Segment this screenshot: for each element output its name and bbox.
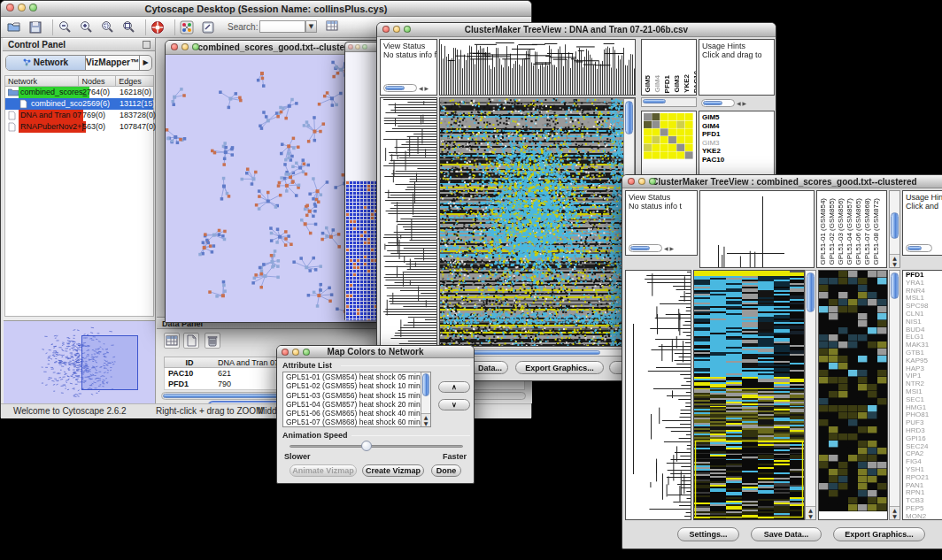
open-file-icon[interactable]: [6, 19, 22, 35]
minimize-button[interactable]: [18, 4, 26, 12]
search-dropdown-arrow[interactable]: ▼: [305, 20, 317, 33]
close-button[interactable]: [6, 4, 14, 12]
attribute-select-icon[interactable]: [164, 333, 180, 349]
column-label[interactable]: PAC10: [692, 71, 697, 93]
close-button[interactable]: [171, 43, 178, 50]
minimize-button[interactable]: [181, 43, 189, 50]
zoom-in-icon[interactable]: [78, 19, 94, 35]
gene-list-item[interactable]: PAC10: [699, 156, 774, 165]
gene-list-item[interactable]: GIM3: [699, 139, 774, 148]
annotation-icon[interactable]: [200, 19, 216, 35]
close-button[interactable]: [282, 349, 289, 356]
minimize-button[interactable]: [393, 26, 400, 33]
mini-hscrollbar[interactable]: [906, 243, 932, 253]
move-up-button[interactable]: ∧: [438, 381, 470, 393]
zoom-fit-icon[interactable]: [120, 19, 136, 35]
animate-vizmap-button[interactable]: Animate Vizmap: [290, 464, 357, 477]
zoom-window-button[interactable]: [404, 26, 411, 33]
export-graphics-button[interactable]: Export Graphics...: [515, 361, 604, 374]
tv2-row-dendrogram[interactable]: [626, 271, 691, 519]
scroll-arrows-icon[interactable]: ▲▼: [421, 413, 430, 426]
column-label[interactable]: GPL51-06 (GSM865): [854, 198, 863, 265]
zoom-selected-icon[interactable]: [99, 19, 115, 35]
tv2-column-dendrogram[interactable]: [700, 191, 814, 267]
attribute-table-icon[interactable]: [325, 19, 339, 36]
export-graphics-button[interactable]: Export Graphics...: [833, 527, 925, 541]
mini-hscrollbar[interactable]: ◀▶: [629, 243, 676, 253]
column-label[interactable]: GPL51-03 (GSM856): [837, 198, 845, 265]
col-network[interactable]: Network: [5, 76, 79, 86]
mini-hscrollbar[interactable]: ◀▶: [701, 98, 748, 108]
zoom-out-icon[interactable]: [57, 19, 73, 35]
column-label[interactable]: GIM5: [644, 75, 652, 93]
slider-thumb[interactable]: [361, 441, 372, 451]
tv1-column-dendrogram[interactable]: [440, 40, 635, 95]
move-down-button[interactable]: ∨: [438, 399, 470, 410]
settings-button[interactable]: Settings...: [677, 527, 739, 541]
column-label[interactable]: GPL51-07 (GSM868): [863, 198, 872, 265]
gene-list-item[interactable]: MON2: [903, 513, 942, 520]
attribute-list-item[interactable]: GPL51-02 (GSM855) heat shock 10 min: [283, 381, 430, 390]
dialog-titlebar[interactable]: Map Colors to Network: [277, 346, 474, 358]
vscroll-thumb[interactable]: [891, 212, 899, 239]
treeview2-titlebar[interactable]: ClusterMaker TreeView : combined_scores_…: [622, 175, 942, 188]
attribute-list-item[interactable]: GPL51-01 (GSM854) heat shock 05 min: [283, 372, 430, 381]
column-label[interactable]: GIM4: [653, 75, 662, 93]
tv2-zoom-heatmap[interactable]: [819, 271, 887, 511]
gene-list-item[interactable]: PFD1: [699, 130, 774, 139]
zoom-window-button[interactable]: [649, 178, 656, 185]
tab-scroll-arrow[interactable]: ▶: [139, 56, 151, 70]
scroll-arrows-icon[interactable]: ◀▶: [664, 245, 676, 251]
import-network-icon[interactable]: [179, 19, 195, 35]
close-button[interactable]: [348, 44, 353, 50]
col-edges[interactable]: Edges: [116, 76, 153, 86]
treeview1-titlebar[interactable]: ClusterMaker TreeView : DNA and Tran 07-…: [377, 23, 776, 37]
main-titlebar[interactable]: Cytoscape Desktop (Session Name: collins…: [1, 1, 531, 17]
search-input[interactable]: [259, 20, 305, 33]
zoom-window-button[interactable]: [362, 44, 367, 50]
tv2-heatmap[interactable]: [694, 271, 804, 519]
zoom-window-button[interactable]: [29, 4, 37, 12]
attribute-list-item[interactable]: GPL51-03 (GSM856) heat shock 15 min: [283, 391, 430, 400]
help-lifering-icon[interactable]: [150, 19, 166, 35]
network-table-row[interactable]: RNAPuberNov2+|563(0)107847(0): [5, 121, 153, 133]
network-table-row[interactable]: combined_scores_2764(0)16218(0): [5, 87, 153, 98]
scroll-arrows-icon[interactable]: ◀▶: [737, 100, 748, 106]
column-label[interactable]: GIM3: [673, 75, 682, 93]
tab-network[interactable]: Network: [6, 56, 86, 70]
attribute-list-item[interactable]: GPL51-06 (GSM865) heat shock 40 min: [283, 409, 430, 418]
vscroll-thumb[interactable]: [625, 101, 633, 134]
done-button[interactable]: Done: [431, 464, 461, 477]
scroll-arrows-icon[interactable]: ▲▼: [806, 506, 815, 519]
column-label[interactable]: YKE2: [683, 74, 691, 93]
gene-list-item[interactable]: GIM4: [699, 122, 774, 131]
animation-speed-slider[interactable]: [290, 445, 463, 448]
vscroll-thumb[interactable]: [422, 373, 429, 396]
column-label[interactable]: GPL51-04 (GSM857): [845, 198, 854, 265]
tv1-row-dendrogram[interactable]: [381, 98, 436, 346]
tv1-zoom-heatmap[interactable]: [644, 113, 693, 159]
create-vizmap-button[interactable]: Create Vizmap: [362, 464, 424, 477]
close-button[interactable]: [628, 178, 635, 185]
network-table-row[interactable]: combined_sco2569(6)13112(15): [5, 98, 153, 110]
tv2-heatmap-vscrollbar[interactable]: ▲▼: [805, 270, 816, 520]
minimize-button[interactable]: [355, 44, 360, 50]
new-attribute-icon[interactable]: [183, 333, 199, 349]
save-data-button[interactable]: Save Data...: [751, 527, 822, 541]
minimize-button[interactable]: [638, 178, 645, 185]
birdseye-canvas[interactable]: [4, 321, 155, 403]
delete-attribute-icon[interactable]: [205, 333, 220, 349]
scroll-arrows-icon[interactable]: ▲▼: [890, 506, 900, 519]
zoom-window-button[interactable]: [192, 43, 199, 50]
zoom-window-button[interactable]: [303, 349, 310, 356]
scroll-arrows-icon[interactable]: ◀▶: [419, 85, 430, 91]
scroll-arrows-icon[interactable]: ▲▼: [890, 254, 900, 267]
attribute-list-item[interactable]: GPL51-07 (GSM868) heat shock 60 min: [283, 418, 430, 426]
gene-list-item[interactable]: YKE2: [699, 147, 774, 156]
attribute-list-item[interactable]: GPL51-04 (GSM857) heat shock 20 min: [283, 400, 430, 409]
float-panel-icon[interactable]: [143, 41, 151, 49]
tv2-labels-vscrollbar[interactable]: ▲▼: [889, 190, 900, 268]
column-label[interactable]: GPL51-02 (GSM855): [828, 198, 837, 265]
column-label[interactable]: GPL51-01 (GSM854): [819, 198, 828, 265]
mini-hscrollbar[interactable]: ◀▶: [383, 83, 430, 93]
